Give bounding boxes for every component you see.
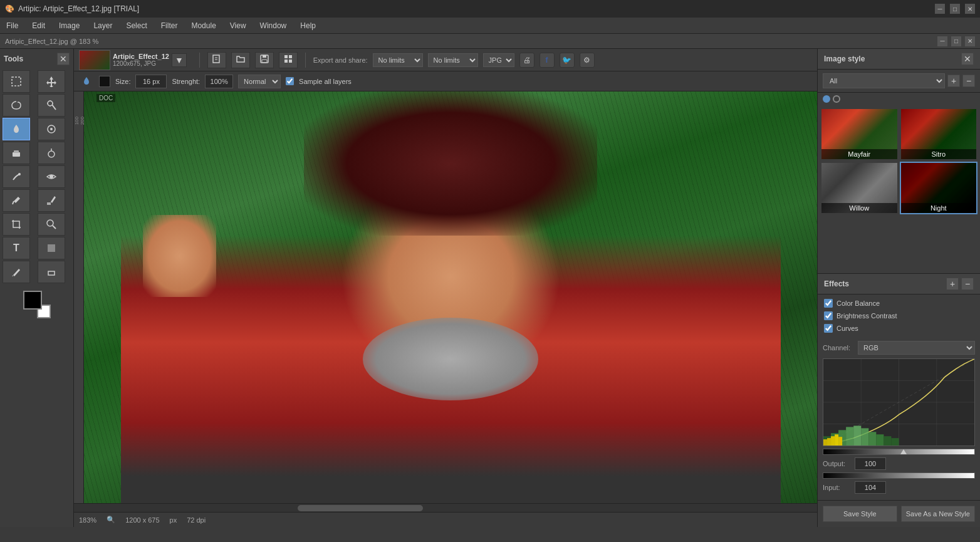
svg-line-19 [53,226,56,229]
channel-select[interactable]: RGB Red Green Blue [858,341,975,355]
color-balance-checkbox[interactable] [824,299,833,308]
menu-edit[interactable]: Edit [29,20,48,31]
sample-all-layers-checkbox[interactable] [286,77,294,85]
svg-rect-11 [14,150,19,153]
style-radio-active[interactable] [823,95,830,103]
svg-rect-20 [48,244,55,252]
tool-rectangle-select[interactable] [3,70,30,93]
horizontal-scrollbar[interactable] [74,503,817,512]
input-slider-handle[interactable] [900,449,907,454]
doc-label: DOC [96,94,115,102]
image-style-panel: Image style ✕ All + − [818,49,980,273]
output-input[interactable] [855,457,886,470]
close-button[interactable]: ✕ [965,4,975,14]
save-style-button[interactable]: Save Style [823,506,897,522]
save-file-button[interactable] [255,52,274,68]
twitter-button[interactable]: 🐦 [560,53,575,68]
tool-move[interactable] [38,70,65,93]
menu-layer[interactable]: Layer [91,20,115,31]
blend-mode-select[interactable]: Normal Multiply Screen Overlay [238,75,281,88]
curves-label: Curves [837,325,858,332]
scrollbar-thumb[interactable] [298,505,423,511]
facebook-button[interactable]: f [540,53,555,68]
brush-color-swatch[interactable] [99,76,110,87]
curves-graph[interactable] [823,358,975,446]
doc-close-button[interactable]: ✕ [965,36,975,46]
style-sitro[interactable]: Sitro [900,108,978,160]
minimize-button[interactable]: ─ [935,4,945,14]
print-button[interactable]: 🖨 [519,53,534,68]
tool-eyedropper[interactable] [3,189,30,212]
dpi-label: 72 dpi [187,516,206,524]
style-willow[interactable]: Willow [820,162,899,214]
foreground-swatch[interactable] [23,291,42,310]
title-bar-left: 🎨 Artipic: Artipic_Effect_12.jpg [TRIAL] [5,4,139,13]
svg-rect-51 [823,439,827,446]
sitro-label: Sitro [901,149,977,159]
style-night[interactable]: Night [900,162,978,214]
export-limits1-select[interactable]: No limits [373,53,423,67]
new-document-button[interactable] [207,52,226,68]
curves-checkbox[interactable] [824,324,833,333]
tool-eraser[interactable] [3,142,30,164]
export-format-select[interactable]: JPG [483,53,514,67]
file-menu-button[interactable]: ▼ [172,53,187,67]
tool-rect-select2[interactable] [38,261,65,283]
canvas-content[interactable]: DOC [84,91,817,503]
style-mayfair[interactable]: Mayfair [820,108,899,160]
style-filter-dropdown[interactable]: All [823,73,945,88]
menu-filter[interactable]: Filter [159,20,180,31]
image-style-close-button[interactable]: ✕ [961,53,974,65]
size-input[interactable] [135,75,167,88]
foreground-background-swatches[interactable] [23,291,51,318]
add-style-button[interactable]: + [947,75,960,87]
tool-text[interactable]: T [3,237,30,259]
tool-zoom[interactable] [38,213,65,236]
svg-line-2 [52,105,56,110]
menu-view[interactable]: View [227,20,249,31]
save-new-style-button[interactable]: Save As a New Style [901,506,976,522]
tool-shape[interactable] [38,237,65,259]
tool-crop[interactable] [3,213,30,236]
brightness-contrast-checkbox[interactable] [824,311,833,320]
export-limits2-select[interactable]: No limits [428,53,478,67]
open-file-button[interactable] [231,52,250,68]
tool-color-picker[interactable] [38,189,65,212]
tool-dodge[interactable] [3,118,30,140]
remove-effect-button[interactable]: − [961,278,974,290]
menu-module[interactable]: Module [189,20,218,31]
tool-eye[interactable] [38,165,65,188]
tool-smudge[interactable] [3,165,30,188]
input-input[interactable] [855,481,886,494]
add-effect-button[interactable]: + [946,278,959,290]
menu-window[interactable]: Window [258,20,289,31]
doc-minimize-button[interactable]: ─ [937,36,947,46]
svg-point-9 [50,128,53,130]
svg-rect-47 [868,432,876,446]
vertical-ruler: 100 200 300 400 500 600 [74,91,84,503]
menu-image[interactable]: Image [56,20,82,31]
zoom-icon: 🔍 [107,516,115,524]
tool-lasso[interactable] [3,94,30,117]
svg-rect-31 [289,60,292,63]
doc-maximize-button[interactable]: □ [951,36,961,46]
file-dimensions: 1200x675, JPG [113,60,169,67]
svg-point-15 [50,175,53,179]
remove-style-button[interactable]: − [962,75,975,87]
export-button[interactable] [279,52,298,68]
tool-magic-wand[interactable] [38,94,65,117]
tool-bg-eraser[interactable] [38,142,65,164]
hair-layer [304,91,597,236]
tools-close-button[interactable]: ✕ [57,53,70,65]
menu-file[interactable]: File [4,20,21,31]
settings-button[interactable]: ⚙ [580,53,595,68]
brush-tool-icon [79,74,94,89]
maximize-button[interactable]: □ [950,4,960,14]
menu-help[interactable]: Help [298,20,318,31]
tool-pen[interactable] [3,261,30,283]
menu-select[interactable]: Select [123,20,149,31]
strength-input[interactable] [205,75,233,88]
tool-blur[interactable] [38,118,65,140]
style-radio-inactive[interactable] [833,95,840,103]
mayfair-label: Mayfair [821,149,897,159]
